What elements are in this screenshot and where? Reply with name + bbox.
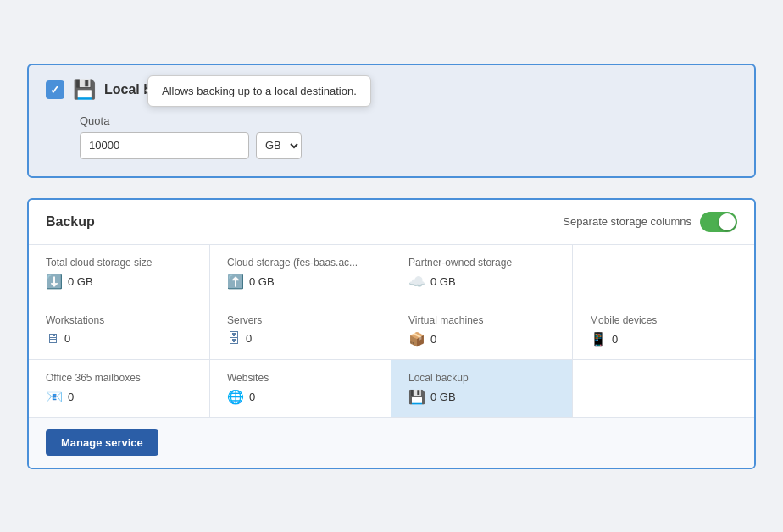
cell-value-servers: 🗄 0 <box>227 331 374 346</box>
stats-cell-office365: Office 365 mailboxes 📧 0 <box>29 360 210 417</box>
cell-value-workstations: 🖥 0 <box>46 331 192 346</box>
stats-cell-partner-storage: Partner-owned storage ☁️ 0 GB <box>392 245 573 302</box>
stats-cell-websites: Websites 🌐 0 <box>210 360 392 417</box>
card-footer: Manage service <box>29 418 754 468</box>
manage-service-button[interactable]: Manage service <box>46 429 158 456</box>
cell-value-vms: 📦 0 <box>408 331 555 347</box>
cell-value-cloud-storage: ⬆️ 0 GB <box>227 274 374 290</box>
backup-title: Backup <box>46 214 95 230</box>
cell-label-mobile: Mobile devices <box>590 314 737 326</box>
cell-label-workstations: Workstations <box>46 314 192 326</box>
cloud-partner-icon: ☁️ <box>408 274 425 290</box>
total-cloud-value: 0 GB <box>68 275 93 288</box>
cloud-up-icon: ⬆️ <box>227 274 244 290</box>
cell-label-servers: Servers <box>227 314 374 326</box>
cell-value-total-cloud: ⬇️ 0 GB <box>46 274 192 290</box>
cell-value-local-backup: 💾 0 GB <box>408 389 555 405</box>
stats-cell-empty-0 <box>573 245 754 302</box>
separate-storage-toggle[interactable] <box>700 212 737 232</box>
stats-cell-workstations: Workstations 🖥 0 <box>29 302 210 359</box>
stats-row-0: Total cloud storage size ⬇️ 0 GB Cloud s… <box>29 245 754 302</box>
local-backup-value: 0 GB <box>430 391 456 403</box>
stats-row-1: Workstations 🖥 0 Servers 🗄 0 Virtual mac… <box>29 302 754 360</box>
quota-input[interactable] <box>80 132 249 159</box>
cell-value-websites: 🌐 0 <box>227 389 374 405</box>
cell-label-office365: Office 365 mailboxes <box>46 372 192 384</box>
workstations-value: 0 <box>64 332 70 345</box>
mobile-value: 0 <box>612 333 618 346</box>
mobile-icon: 📱 <box>590 331 607 347</box>
partner-storage-value: 0 GB <box>430 275 456 288</box>
tooltip-bubble: Allows backing up to a local destination… <box>147 75 371 107</box>
servers-value: 0 <box>246 332 252 345</box>
websites-value: 0 <box>249 391 255 403</box>
top-card-header: 💾 Local backup i Allows backing up to a … <box>46 79 737 101</box>
mailbox-icon: 📧 <box>46 389 63 405</box>
stats-cell-vms: Virtual machines 📦 0 <box>392 302 573 359</box>
stats-cell-servers: Servers 🗄 0 <box>210 302 392 359</box>
backup-summary-card: Backup Separate storage columns Total cl… <box>27 198 756 469</box>
cell-value-partner-storage: ☁️ 0 GB <box>408 274 555 290</box>
local-backup-hdd-icon: 💾 <box>408 389 425 405</box>
vms-value: 0 <box>430 333 436 346</box>
toggle-label: Separate storage columns <box>563 215 691 228</box>
stats-cell-total-cloud: Total cloud storage size ⬇️ 0 GB <box>29 245 210 302</box>
cell-value-mobile: 📱 0 <box>590 331 737 347</box>
cell-label-local-backup: Local backup <box>408 372 555 384</box>
office365-value: 0 <box>68 391 74 403</box>
local-backup-card: 💾 Local backup i Allows backing up to a … <box>27 64 756 178</box>
cell-label-cloud-storage: Cloud storage (fes-baas.ac... <box>227 257 374 269</box>
checkbox-icon[interactable] <box>46 80 64 99</box>
quota-label: Quota <box>80 114 737 127</box>
stats-row-2: Office 365 mailboxes 📧 0 Websites 🌐 0 Lo… <box>29 360 754 418</box>
cell-label-vms: Virtual machines <box>408 314 555 326</box>
stats-cell-local-backup: Local backup 💾 0 GB <box>392 360 573 417</box>
cell-label-websites: Websites <box>227 372 374 384</box>
cell-value-office365: 📧 0 <box>46 389 192 405</box>
stats-cell-cloud-storage: Cloud storage (fes-baas.ac... ⬆️ 0 GB <box>210 245 392 302</box>
hdd-icon: 💾 <box>73 79 96 101</box>
website-icon: 🌐 <box>227 389 244 405</box>
cell-label-total-cloud: Total cloud storage size <box>46 257 192 269</box>
cell-label-partner-storage: Partner-owned storage <box>408 257 555 269</box>
backup-card-header: Backup Separate storage columns <box>29 200 754 245</box>
server-icon: 🗄 <box>227 331 241 346</box>
quota-unit-select[interactable]: GB TB MB <box>256 132 302 159</box>
workstation-icon: 🖥 <box>46 331 59 346</box>
cloud-down-icon: ⬇️ <box>46 274 63 290</box>
quota-input-row: GB TB MB <box>80 132 737 159</box>
stats-cell-empty-2 <box>573 360 754 417</box>
quota-section: Quota GB TB MB <box>80 114 737 159</box>
cloud-storage-value: 0 GB <box>249 275 275 288</box>
vm-icon: 📦 <box>408 331 425 347</box>
toggle-row: Separate storage columns <box>563 212 737 232</box>
stats-cell-mobile: Mobile devices 📱 0 <box>573 302 754 359</box>
